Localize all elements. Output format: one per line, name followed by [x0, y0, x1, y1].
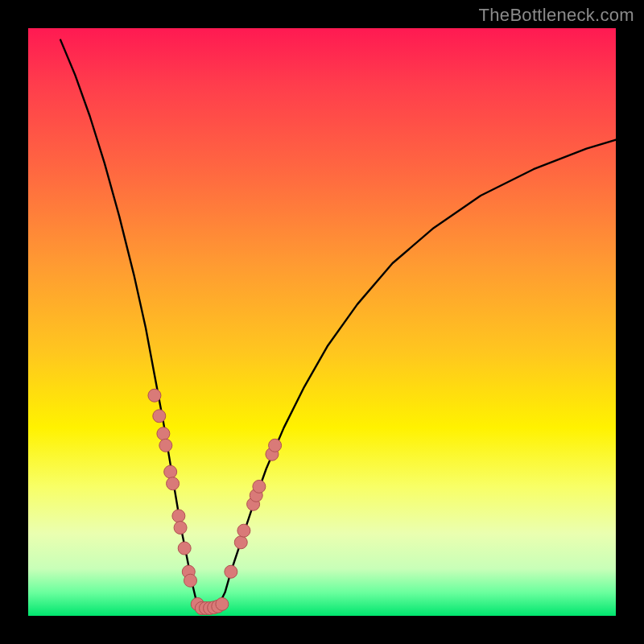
data-dot [159, 439, 172, 452]
data-dots-group [148, 389, 282, 614]
data-dot [237, 524, 250, 537]
data-dot [172, 510, 185, 522]
data-dot [216, 597, 229, 610]
data-dot [225, 565, 237, 578]
chart-frame: TheBottleneck.com [0, 0, 644, 644]
data-dot [174, 522, 187, 535]
data-dot [184, 574, 196, 587]
data-dot [148, 389, 161, 402]
data-dot [234, 536, 247, 549]
bottleneck-curve [60, 40, 616, 609]
data-dot [167, 477, 180, 490]
data-dot [253, 480, 266, 493]
data-dot [178, 542, 191, 555]
data-dot [269, 439, 282, 452]
data-dot [157, 427, 170, 440]
watermark-text: TheBottleneck.com [479, 5, 634, 26]
data-dot [153, 410, 166, 423]
chart-plot-area [28, 28, 616, 616]
chart-svg [28, 28, 616, 616]
data-dot [164, 465, 177, 478]
